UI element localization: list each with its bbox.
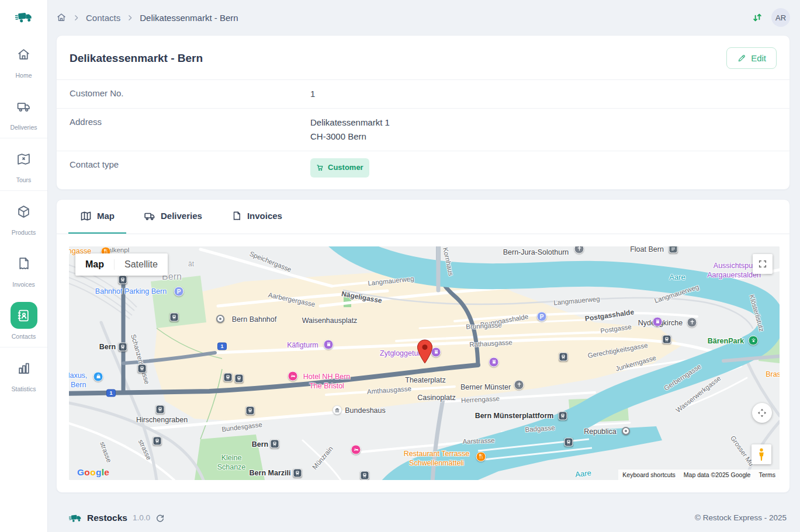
pegman-button[interactable] — [751, 444, 771, 464]
transit-icon[interactable] — [564, 437, 573, 446]
breadcrumb-contacts-link[interactable]: Contacts — [86, 13, 120, 23]
truck-icon — [11, 93, 37, 120]
route1-icon[interactable]: 1 — [106, 389, 116, 397]
transit-icon[interactable] — [156, 405, 165, 413]
terms-link[interactable]: Terms — [754, 470, 780, 480]
map-label: Postgasse — [600, 323, 632, 334]
sidebar-item-statistics[interactable]: Statistics — [0, 347, 47, 399]
avatar[interactable]: AR — [771, 8, 790, 27]
field-value: Delikatessenmarkt 1 CH-3000 Bern — [310, 116, 390, 144]
cart-icon — [316, 164, 324, 172]
paw-icon[interactable] — [749, 335, 759, 345]
transit-icon[interactable] — [246, 406, 255, 415]
transit-icon[interactable] — [293, 468, 302, 477]
footer-brand: Restocks — [87, 513, 127, 523]
church-icon[interactable] — [514, 380, 524, 390]
food-icon[interactable] — [476, 451, 486, 461]
sidebar-item-contacts[interactable]: Contacts — [0, 295, 47, 347]
fullscreen-button[interactable] — [753, 254, 773, 274]
map-label: Langmauerweg — [368, 275, 414, 287]
sync-arrows-icon[interactable] — [751, 12, 763, 23]
transit-icon[interactable] — [170, 312, 179, 321]
sidebar-item-invoices[interactable]: Invoices — [0, 243, 47, 295]
refresh-icon[interactable] — [155, 513, 165, 523]
topbar: Contacts Delikatessenmarkt - Bern AR — [56, 0, 790, 35]
map-label: Speichergasse — [248, 250, 292, 273]
transit-icon[interactable] — [224, 373, 233, 381]
transit-icon[interactable] — [361, 471, 369, 479]
map-label: Langmauerweg — [653, 283, 699, 304]
bank-icon[interactable] — [333, 405, 342, 415]
edit-button[interactable]: Edit — [726, 47, 777, 69]
map-label: Aare — [669, 272, 685, 281]
map-label: Schwellenmätteli — [409, 459, 464, 467]
sidebar: Home Deliveries Tours Products Invoices — [0, 0, 48, 532]
box-icon — [11, 198, 37, 225]
map-label: ät — [188, 260, 194, 268]
sidebar-item-tours[interactable]: Tours — [0, 138, 47, 190]
sidebar-item-label: Contacts — [12, 333, 36, 340]
parking-icon[interactable]: P — [537, 311, 547, 321]
map-attribution: Keyboard shortcuts Map data ©2025 Google… — [618, 470, 780, 480]
attraction-icon[interactable] — [653, 317, 663, 326]
map-label: Restaurant Terrasse — [404, 450, 469, 458]
dot-icon[interactable] — [216, 315, 224, 323]
hotel-icon[interactable] — [288, 371, 298, 381]
attraction-icon[interactable] — [489, 357, 499, 367]
transit-icon[interactable] — [271, 439, 279, 448]
keyboard-shortcuts-link[interactable]: Keyboard shortcuts — [618, 470, 679, 480]
sidebar-item-products[interactable]: Products — [0, 191, 47, 243]
app-logo[interactable] — [0, 0, 47, 34]
sidebar-item-deliveries[interactable]: Deliveries — [0, 86, 47, 138]
breadcrumb: Contacts Delikatessenmarkt - Bern — [56, 12, 238, 23]
map-label: Bern Münsterplattform — [475, 412, 554, 420]
map-label: Aarstrasse — [462, 437, 494, 445]
map-label: Herrengasse — [461, 395, 500, 404]
footer: Restocks 1.0.0 © Restock Express - 2025 — [56, 493, 790, 523]
breadcrumb-current: Delikatessenmarkt - Bern — [140, 13, 238, 23]
google-logo[interactable]: Google — [77, 467, 109, 478]
church-icon[interactable] — [574, 246, 584, 254]
transit-icon[interactable] — [119, 342, 127, 351]
funicular-icon[interactable] — [559, 411, 567, 420]
route1-icon[interactable]: 1 — [217, 342, 227, 350]
sidebar-item-home[interactable]: Home — [0, 34, 47, 86]
sidebar-item-label: Tours — [16, 176, 32, 183]
app-root: Home Deliveries Tours Products Invoices — [0, 0, 800, 532]
pan-control-button[interactable] — [752, 403, 772, 423]
transit-icon[interactable] — [138, 364, 147, 373]
map-label: Float Bern — [630, 246, 664, 253]
float-icon[interactable] — [669, 246, 678, 253]
map-label: Rathausgasse — [469, 339, 512, 348]
map-label: Badgasse — [525, 424, 555, 433]
transit-icon[interactable] — [119, 275, 127, 284]
page-title: Delikatessenmarkt - Bern — [70, 52, 203, 65]
transit-icon[interactable] — [153, 436, 162, 445]
attraction-icon[interactable] — [324, 339, 334, 349]
destination-marker-icon[interactable] — [417, 339, 433, 366]
transit-icon[interactable] — [235, 374, 244, 383]
map-type-satellite-button[interactable]: Satellite — [114, 259, 168, 270]
map-label: strasse — [99, 440, 113, 463]
map-label: Aussichtspun — [714, 262, 757, 270]
map-label: Bundeshaus — [345, 406, 386, 415]
map-label: Theaterplatz — [405, 376, 445, 384]
sidebar-item-label: Invoices — [12, 281, 35, 288]
parking-icon[interactable]: P — [174, 286, 184, 296]
map-label: Bern-Jura-Solothurn — [503, 248, 569, 256]
tab-deliveries[interactable]: Deliveries — [132, 200, 214, 234]
transit-icon[interactable] — [559, 352, 568, 361]
dot-icon[interactable] — [622, 427, 630, 435]
breadcrumb-home-icon[interactable] — [56, 12, 67, 23]
transit-icon[interactable] — [663, 335, 671, 343]
church-icon[interactable] — [687, 317, 697, 327]
map-type-map-button[interactable]: Map — [75, 259, 114, 270]
chevron-right-icon — [126, 14, 134, 22]
map-label: Bern — [99, 343, 116, 351]
hotel-icon[interactable] — [351, 444, 361, 454]
field-row-contact-type: Contact type Customer — [57, 151, 789, 189]
google-map[interactable]: ngassealkenplSpeichergasseätBernBahnhof … — [69, 246, 780, 480]
tab-invoices[interactable]: Invoices — [220, 200, 294, 234]
tab-map[interactable]: Map — [68, 200, 126, 234]
shop-icon[interactable] — [93, 371, 103, 381]
